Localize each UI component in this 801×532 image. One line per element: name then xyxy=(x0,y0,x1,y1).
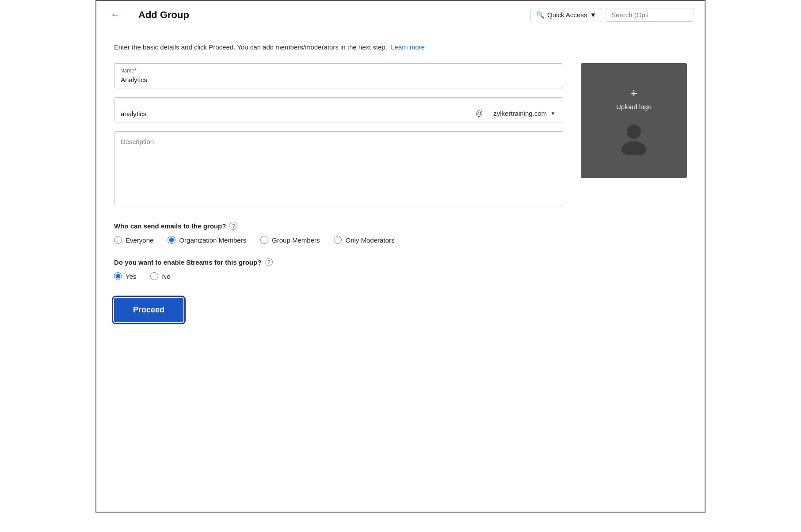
form-logo-row: Name* Email Address* @ zylkertraining.co… xyxy=(114,63,687,208)
radio-yes-label: Yes xyxy=(126,273,136,280)
streams-question: Do you want to enable Streams for this g… xyxy=(114,258,687,266)
form-fields: Name* Email Address* @ zylkertraining.co… xyxy=(114,63,563,208)
logo-upload-box[interactable]: + Upload logo xyxy=(581,63,687,178)
radio-org-members-input[interactable] xyxy=(168,236,175,244)
name-field-group: Name* xyxy=(114,63,563,88)
learn-more-link[interactable]: Learn more xyxy=(391,43,425,51)
svg-point-1 xyxy=(622,141,646,155)
proceed-button[interactable]: Proceed xyxy=(114,298,183,322)
header-right: 🔍 Quick Access ▼ xyxy=(530,8,694,22)
header-divider xyxy=(131,7,131,23)
proceed-button-wrapper: Proceed xyxy=(114,298,183,322)
radio-yes[interactable]: Yes xyxy=(114,272,136,280)
quick-access-label: Quick Access xyxy=(547,11,587,19)
email-field-group: Email Address* @ zylkertraining.com ▼ xyxy=(114,97,563,122)
description-input[interactable] xyxy=(114,131,563,206)
radio-no-label: No xyxy=(162,273,170,280)
intro-text: Enter the basic details and click Procee… xyxy=(114,43,687,51)
plus-icon: + xyxy=(630,87,637,99)
radio-everyone-label: Everyone xyxy=(126,236,153,244)
header-left: ← Add Group xyxy=(107,7,189,23)
svg-point-0 xyxy=(627,125,641,139)
back-button[interactable]: ← xyxy=(107,8,124,22)
streams-section: Do you want to enable Streams for this g… xyxy=(114,258,687,280)
upload-logo-label: Upload logo xyxy=(616,103,652,110)
radio-org-members-label: Organization Members xyxy=(179,236,246,244)
send-emails-options: Everyone Organization Members Group Memb… xyxy=(114,236,687,244)
radio-everyone-input[interactable] xyxy=(114,236,122,244)
avatar-silhouette xyxy=(616,119,652,155)
radio-group-members-label: Group Members xyxy=(272,236,320,244)
email-at-symbol: @ xyxy=(472,98,486,122)
radio-group-members-input[interactable] xyxy=(260,236,268,244)
radio-group-members[interactable]: Group Members xyxy=(260,236,320,244)
name-input[interactable] xyxy=(114,63,563,88)
streams-options: Yes No xyxy=(114,272,687,280)
chevron-down-icon: ▼ xyxy=(590,11,596,19)
radio-no-input[interactable] xyxy=(150,272,158,280)
main-content: Enter the basic details and click Procee… xyxy=(96,29,705,336)
send-emails-question: Who can send emails to the group? ? xyxy=(114,222,687,230)
email-row: @ zylkertraining.com ▼ xyxy=(114,97,563,122)
radio-everyone[interactable]: Everyone xyxy=(114,236,153,244)
search-icon: 🔍 xyxy=(536,11,545,19)
email-local-input[interactable] xyxy=(114,98,472,122)
chevron-down-icon: ▼ xyxy=(550,110,556,117)
description-field-group xyxy=(114,131,563,208)
radio-only-moderators-label: Only Moderators xyxy=(345,236,394,244)
quick-access-button[interactable]: 🔍 Quick Access ▼ xyxy=(530,8,602,22)
help-icon-send-emails[interactable]: ? xyxy=(229,222,237,230)
email-domain-text: zylkertraining.com xyxy=(493,110,547,117)
send-emails-section: Who can send emails to the group? ? Ever… xyxy=(114,222,687,244)
page-title: Add Group xyxy=(138,9,189,21)
radio-only-moderators[interactable]: Only Moderators xyxy=(334,236,394,244)
radio-no[interactable]: No xyxy=(150,272,170,280)
email-domain-dropdown[interactable]: zylkertraining.com ▼ xyxy=(486,98,563,122)
help-icon-streams[interactable]: ? xyxy=(265,258,273,266)
radio-only-moderators-input[interactable] xyxy=(334,236,342,244)
radio-org-members[interactable]: Organization Members xyxy=(168,236,246,244)
radio-yes-input[interactable] xyxy=(114,272,122,280)
header: ← Add Group 🔍 Quick Access ▼ xyxy=(96,1,705,29)
search-input[interactable] xyxy=(606,8,694,22)
